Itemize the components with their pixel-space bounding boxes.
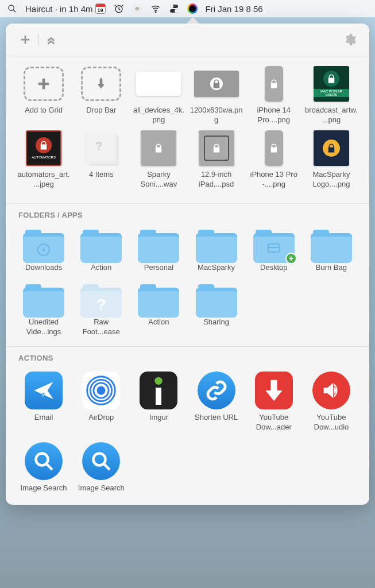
- action-label: AirDrop: [88, 413, 114, 423]
- shelf-item[interactable]: all_devices_4k.png: [131, 65, 186, 125]
- panel-toolbar: [6, 24, 369, 56]
- shelf-item[interactable]: MacSparky Logo....png: [304, 130, 359, 189]
- control-center-icon[interactable]: [169, 3, 179, 14]
- shelf-item[interactable]: Sparky Soni....wav: [131, 130, 186, 189]
- folder-label: Action: [91, 263, 111, 273]
- folder-label: Personal: [144, 263, 173, 273]
- action-label: Shorten URL: [195, 413, 238, 423]
- shelf-label: Add to Grid: [25, 106, 63, 125]
- add-button[interactable]: [17, 32, 33, 48]
- shelf-label: iPhone 13 Pro -....png: [248, 170, 300, 189]
- event-text: Haircut · in 1h 4m: [25, 4, 93, 14]
- siri-icon[interactable]: [187, 3, 198, 14]
- shelf-item[interactable]: 12.9-inch iPad....psd: [188, 130, 243, 189]
- action-label: YouTube Dow...ader: [248, 413, 300, 432]
- folders-grid: DownloadsActionPersonalMacSparky+Desktop…: [6, 222, 369, 342]
- shelf-item[interactable]: iPhone 13 Pro -....png: [246, 130, 301, 189]
- menubar: Haircut · in 1h 4m 19 Fri Jan 19 8 56: [0, 0, 375, 17]
- folder-label: Downloads: [25, 263, 62, 273]
- dropzone-menu-icon[interactable]: [132, 3, 142, 14]
- folder-item[interactable]: Action: [131, 283, 186, 337]
- action-icon: [140, 372, 177, 409]
- action-icon: [312, 372, 350, 409]
- action-item[interactable]: YouTube Dow...udio: [304, 372, 359, 432]
- action-label: Image Search: [21, 483, 67, 493]
- folder-icon: [22, 283, 65, 318]
- svg-line-1: [13, 10, 16, 12]
- folder-item[interactable]: Burn Bag: [304, 229, 359, 273]
- folder-icon: [79, 229, 123, 263]
- action-icon: [82, 372, 120, 409]
- folder-item[interactable]: Downloads: [16, 229, 71, 273]
- action-icon: [255, 372, 293, 409]
- folder-item[interactable]: ?Raw Foot...ease: [74, 283, 129, 337]
- shelf-label: 1200x630wa.png: [190, 106, 243, 125]
- action-icon: [25, 372, 63, 409]
- action-item[interactable]: Image Search: [16, 442, 71, 493]
- folder-icon: [195, 283, 238, 318]
- shelf-item[interactable]: iPhone 14 Pro....png: [246, 65, 301, 125]
- action-item[interactable]: Shorten URL: [188, 372, 243, 432]
- action-item[interactable]: YouTube Dow...ader: [246, 372, 301, 432]
- datetime[interactable]: Fri Jan 19 8 56: [206, 4, 263, 14]
- alarm-icon[interactable]: [114, 3, 124, 14]
- shelf-label: 4 Items: [89, 170, 114, 189]
- actions-header: ACTIONS: [6, 346, 369, 365]
- action-label: Email: [34, 413, 53, 423]
- shelf-item[interactable]: ?4 Items: [74, 130, 129, 189]
- folder-label: Unedited Vide...ings: [17, 318, 70, 337]
- shelf-label: iPhone 14 Pro....png: [248, 106, 300, 125]
- folder-icon: [195, 229, 238, 263]
- svg-point-11: [36, 454, 48, 466]
- folder-item[interactable]: Personal: [131, 229, 186, 273]
- folder-item[interactable]: Action: [74, 229, 129, 273]
- shelf-thumb: [308, 130, 355, 167]
- action-item[interactable]: Email: [16, 372, 71, 432]
- shelf-item[interactable]: AUTOMATORSautomators_art....jpeg: [16, 130, 71, 189]
- shelf-item[interactable]: 1200x630wa.png: [188, 65, 243, 125]
- action-item[interactable]: Imgur: [131, 372, 186, 432]
- folder-icon: [310, 229, 353, 263]
- folder-label: Burn Bag: [316, 263, 347, 273]
- folder-item[interactable]: Sharing: [188, 283, 243, 337]
- actions-grid: EmailAirDropImgurShorten URLYouTube Dow.…: [6, 365, 369, 498]
- folder-icon: ?: [79, 283, 123, 318]
- shelf-item[interactable]: Add to Grid: [16, 65, 71, 125]
- action-icon: [25, 442, 63, 480]
- shelf-label: Drop Bar: [86, 106, 116, 125]
- action-item[interactable]: Image Search: [74, 442, 129, 493]
- collapse-button[interactable]: [43, 32, 59, 48]
- folder-item[interactable]: MacSparky: [188, 229, 243, 273]
- svg-point-4: [155, 11, 156, 13]
- shelf-thumb: [193, 65, 240, 102]
- folder-label: Action: [148, 318, 169, 327]
- action-icon: [198, 372, 235, 409]
- shelf-item[interactable]: Drop Bar: [74, 65, 129, 125]
- folder-icon: [22, 229, 65, 263]
- svg-line-14: [104, 464, 110, 470]
- shelf-item[interactable]: MAC POWER USERSbroadcast_artw....png: [304, 65, 359, 125]
- folder-label: Raw Foot...ease: [75, 318, 127, 337]
- action-label: Image Search: [78, 483, 125, 493]
- svg-point-9: [155, 377, 163, 384]
- dropzone-panel: Add to GridDrop Barall_devices_4k.png120…: [6, 24, 369, 505]
- shelf-thumb: [193, 130, 240, 167]
- calendar-icon: 19: [95, 3, 106, 14]
- svg-point-5: [97, 386, 106, 394]
- folders-header: FOLDERS / APPS: [6, 203, 369, 222]
- folder-icon: [137, 229, 180, 263]
- folder-item[interactable]: +Desktop: [246, 229, 301, 273]
- folder-label: Sharing: [203, 318, 229, 327]
- folder-icon: +: [252, 229, 296, 263]
- wifi-icon[interactable]: [150, 3, 161, 14]
- settings-button[interactable]: [342, 32, 358, 48]
- shelf-thumb: [135, 65, 182, 102]
- shelf-thumb: [20, 65, 67, 102]
- shelf-thumb: [135, 130, 182, 167]
- search-icon[interactable]: [7, 3, 17, 14]
- svg-point-13: [94, 454, 106, 466]
- shelf-thumb: ?: [78, 130, 125, 167]
- action-item[interactable]: AirDrop: [74, 372, 129, 432]
- calendar-event[interactable]: Haircut · in 1h 4m 19: [25, 3, 106, 14]
- folder-item[interactable]: Unedited Vide...ings: [16, 283, 71, 337]
